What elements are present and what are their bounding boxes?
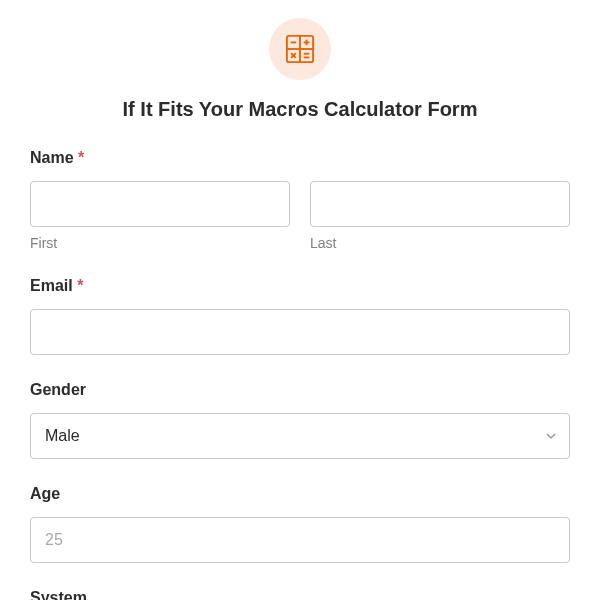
header-icon-circle	[269, 18, 331, 80]
name-required: *	[78, 149, 84, 166]
first-name-input[interactable]	[30, 181, 290, 227]
header-icon-wrap	[30, 0, 570, 80]
email-required: *	[77, 277, 83, 294]
gender-label: Gender	[30, 381, 570, 399]
last-name-sublabel: Last	[310, 235, 570, 251]
system-label: System	[30, 589, 570, 600]
email-group: Email *	[30, 277, 570, 355]
name-label: Name *	[30, 149, 570, 167]
calculator-icon	[285, 34, 315, 64]
age-label: Age	[30, 485, 570, 503]
email-input[interactable]	[30, 309, 570, 355]
age-input[interactable]	[30, 517, 570, 563]
gender-group: Gender	[30, 381, 570, 459]
name-group: Name * First Last	[30, 149, 570, 251]
last-name-input[interactable]	[310, 181, 570, 227]
page-title: If It Fits Your Macros Calculator Form	[30, 98, 570, 121]
email-label-text: Email	[30, 277, 73, 294]
email-label: Email *	[30, 277, 570, 295]
first-name-sublabel: First	[30, 235, 290, 251]
name-label-text: Name	[30, 149, 74, 166]
gender-select[interactable]	[30, 413, 570, 459]
system-group: System	[30, 589, 570, 600]
age-group: Age	[30, 485, 570, 563]
